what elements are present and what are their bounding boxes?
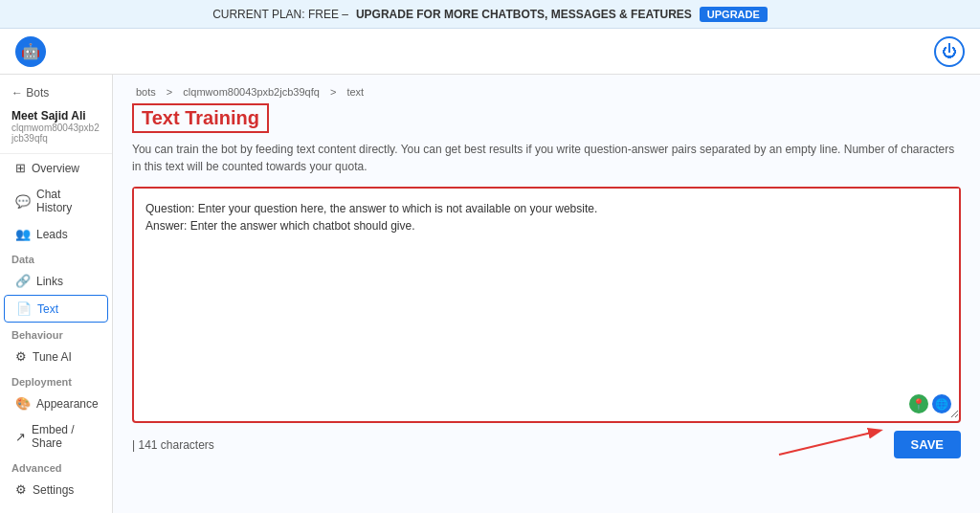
banner-highlight: UPGRADE FOR MORE CHATBOTS, MESSAGES & FE… <box>356 8 692 21</box>
svg-line-1 <box>779 431 880 455</box>
user-info: Meet Sajid Ali clqmwom80043pxb2jcb39qfq <box>0 103 112 154</box>
links-icon: 🔗 <box>15 274 31 288</box>
sidebar-item-tune-ai[interactable]: ⚙ Tune AI <box>4 344 108 369</box>
sidebar-item-embed-share[interactable]: ↗ Embed / Share <box>4 417 108 456</box>
sidebar-item-overview[interactable]: ⊞ Overview <box>4 155 108 181</box>
links-label: Links <box>36 275 63 288</box>
sidebar-item-chat-history[interactable]: 💬 Chat History <box>4 182 108 220</box>
embed-share-icon: ↗ <box>15 430 26 444</box>
settings-icon: ⚙ <box>15 482 27 497</box>
tune-ai-icon: ⚙ <box>15 349 27 364</box>
appearance-icon: 🎨 <box>15 396 31 411</box>
sidebar-item-text[interactable]: 📄 Text <box>4 295 108 323</box>
sidebar-item-links[interactable]: 🔗 Links <box>4 268 108 294</box>
leads-icon: 👥 <box>15 227 31 241</box>
settings-label: Settings <box>33 483 74 497</box>
appearance-label: Appearance <box>36 397 99 411</box>
upgrade-button[interactable]: UPGRADE <box>700 7 768 22</box>
chat-history-label: Chat History <box>36 188 97 214</box>
main-content: bots > clqmwom80043pxb2jcb39qfq > text T… <box>113 75 980 513</box>
behaviour-section-header: Behaviour <box>0 323 112 343</box>
banner-text: CURRENT PLAN: FREE – <box>212 8 348 21</box>
data-section-header: Data <box>0 248 112 267</box>
overview-label: Overview <box>32 162 79 175</box>
user-id: clqmwom80043pxb2jcb39qfq <box>11 123 100 144</box>
footer-bar: | 141 characters SAVE <box>132 431 961 458</box>
upgrade-banner: CURRENT PLAN: FREE – UPGRADE FOR MORE CH… <box>0 0 980 29</box>
main-layout: ← Bots Meet Sajid Ali clqmwom80043pxb2jc… <box>0 75 980 513</box>
breadcrumb-id: clqmwom80043pxb2jcb39qfq <box>183 86 319 98</box>
logo-area: 🤖 <box>15 36 46 67</box>
save-button[interactable]: SAVE <box>894 431 961 458</box>
text-area-container: 📍 🌐 <box>132 187 961 423</box>
emoji-icon[interactable]: 📍 <box>909 394 928 413</box>
user-name: Meet Sajid Ali <box>11 109 100 123</box>
header-bar: 🤖 ⏻ <box>0 29 980 75</box>
textarea-icons: 📍 🌐 <box>909 394 951 413</box>
robot-icon: 🤖 <box>15 36 46 67</box>
breadcrumb-bots: bots <box>136 86 156 98</box>
power-button[interactable]: ⏻ <box>934 36 965 67</box>
text-label: Text <box>37 302 58 316</box>
page-title: Text Training <box>132 103 269 133</box>
translate-icon[interactable]: 🌐 <box>932 394 951 413</box>
back-to-bots[interactable]: ← Bots <box>0 82 112 103</box>
deployment-section-header: Deployment <box>0 370 112 390</box>
breadcrumb-text: text <box>346 86 364 98</box>
sidebar-item-leads[interactable]: 👥 Leads <box>4 221 108 247</box>
embed-share-label: Embed / Share <box>32 423 97 450</box>
page-description: You can train the bot by feeding text co… <box>132 141 961 175</box>
training-textarea[interactable] <box>134 189 959 418</box>
leads-label: Leads <box>36 228 68 241</box>
arrow-annotation <box>769 421 903 459</box>
char-count: | 141 characters <box>132 438 214 452</box>
sidebar: ← Bots Meet Sajid Ali clqmwom80043pxb2jc… <box>0 75 113 513</box>
sidebar-item-appearance[interactable]: 🎨 Appearance <box>4 390 108 416</box>
sidebar-item-settings[interactable]: ⚙ Settings <box>4 477 108 502</box>
chat-history-icon: 💬 <box>15 194 31 209</box>
overview-icon: ⊞ <box>15 161 26 175</box>
text-icon: 📄 <box>16 301 32 316</box>
breadcrumb: bots > clqmwom80043pxb2jcb39qfq > text <box>132 86 961 98</box>
tune-ai-label: Tune AI <box>33 350 72 364</box>
advanced-section-header: Advanced <box>0 457 112 476</box>
